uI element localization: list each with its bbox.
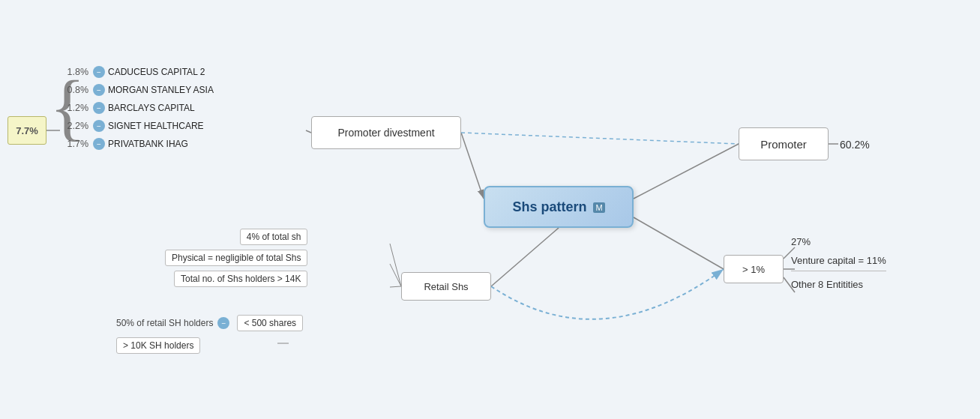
inst-name-5: PRIVATBANK IHAG bbox=[108, 139, 188, 149]
percentage-77-node: 7.7% bbox=[7, 116, 46, 145]
inst-icon-3: − bbox=[93, 102, 105, 114]
inst-name-3: BARCLAYS CAPITAL bbox=[108, 103, 195, 113]
inst-pct-5: 1.7% bbox=[60, 139, 88, 149]
shs-pattern-node[interactable]: Shs pattern M bbox=[484, 186, 634, 228]
inst-name-4: SIGNET HEALTHCARE bbox=[108, 121, 204, 131]
inst-row-2: 0.8% − MORGAN STANLEY ASIA bbox=[60, 84, 214, 96]
inst-pct-2: 0.8% bbox=[60, 85, 88, 95]
inst-name-2: MORGAN STANLEY ASIA bbox=[108, 85, 214, 95]
right-info-group: 27% Venture capital = 11% Other 8 Entiti… bbox=[791, 236, 886, 290]
inst-icon-5: − bbox=[93, 138, 105, 150]
right-info-1: 27% bbox=[791, 236, 886, 247]
retail-info-3: Total no. of Shs holders > 14K bbox=[174, 271, 307, 287]
svg-line-7 bbox=[634, 217, 724, 269]
promoter-divestment-node: Promoter divestment bbox=[311, 116, 461, 149]
retail-sub-box-1: < 500 shares bbox=[237, 315, 303, 331]
inst-row-4: 2.2% − SIGNET HEALTHCARE bbox=[60, 120, 214, 132]
retail-sub-box-2: > 10K SH holders bbox=[116, 337, 200, 354]
inst-pct-4: 2.2% bbox=[60, 121, 88, 131]
svg-line-12 bbox=[390, 244, 401, 286]
inst-row-3: 1.2% − BARCLAYS CAPITAL bbox=[60, 102, 214, 114]
promoter-divestment-label: Promoter divestment bbox=[337, 127, 434, 139]
svg-line-14 bbox=[390, 286, 401, 287]
right-info-2: Venture capital = 11% bbox=[791, 255, 886, 271]
inst-row-5: 1.7% − PRIVATBANK IHAG bbox=[60, 138, 214, 150]
svg-line-2 bbox=[461, 133, 484, 199]
inst-pct-1: 1.8% bbox=[60, 67, 88, 77]
retail-info-1: 4% of total sh bbox=[240, 229, 308, 245]
gt1-label: > 1% bbox=[742, 264, 765, 275]
inst-icon-1: − bbox=[93, 66, 105, 78]
gt1-node: > 1% bbox=[724, 255, 784, 283]
inst-row-1: 1.8% − CADUCEUS CAPITAL 2 bbox=[60, 66, 214, 78]
inst-pct-3: 1.2% bbox=[60, 103, 88, 113]
retail-sub-row-2: > 10K SH holders bbox=[116, 337, 303, 354]
svg-line-1 bbox=[306, 130, 311, 133]
retail-info-2: Physical = negligible of total Shs bbox=[165, 250, 307, 266]
retail-sub-group: 50% of retail SH holders − < 500 shares … bbox=[116, 315, 303, 354]
promoter-label: Promoter bbox=[760, 138, 807, 151]
right-info-3: Other 8 Entitities bbox=[791, 279, 886, 290]
institution-list: 1.8% − CADUCEUS CAPITAL 2 0.8% − MORGAN … bbox=[60, 66, 214, 156]
diagram-container: 7.7% { 1.8% − CADUCEUS CAPITAL 2 0.8% − … bbox=[0, 0, 980, 419]
promoter-pct-node: 60.2% bbox=[840, 139, 870, 151]
svg-line-5 bbox=[491, 228, 559, 286]
promoter-node: Promoter bbox=[739, 127, 829, 160]
svg-line-13 bbox=[390, 264, 401, 286]
svg-line-4 bbox=[634, 144, 739, 199]
retail-sub-row-1: 50% of retail SH holders − < 500 shares bbox=[116, 315, 303, 331]
svg-line-3 bbox=[461, 133, 739, 144]
retail-shs-label: Retail Shs bbox=[424, 281, 468, 292]
inst-icon-4: − bbox=[93, 120, 105, 132]
retail-sub-icon-1: − bbox=[217, 317, 229, 329]
promoter-pct-label: 60.2% bbox=[840, 139, 870, 151]
retail-info-group: 4% of total sh Physical = negligible of … bbox=[165, 229, 307, 287]
shs-label: Shs pattern M bbox=[512, 199, 604, 215]
retail-shs-node: Retail Shs bbox=[401, 272, 491, 301]
inst-icon-2: − bbox=[93, 84, 105, 96]
shs-badge: M bbox=[593, 202, 604, 213]
inst-name-1: CADUCEUS CAPITAL 2 bbox=[108, 67, 205, 77]
percentage-77-label: 7.7% bbox=[16, 125, 38, 136]
